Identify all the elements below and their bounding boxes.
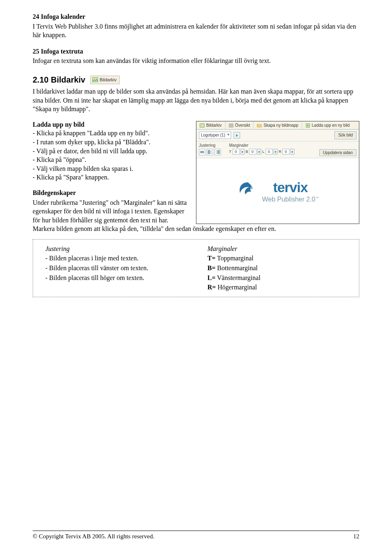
folder-icon (257, 123, 262, 128)
page-number: 12 (353, 532, 359, 540)
list-item: L= Vänstermarginal (207, 273, 353, 282)
search-image-button[interactable]: Sök bild (334, 131, 356, 139)
tab-label: Översikt (235, 123, 250, 128)
svg-rect-14 (218, 150, 220, 154)
tab-bildarkiv[interactable]: Bildarkiv (196, 121, 225, 130)
list-item: - Bilden placeras i linje med texten. (45, 254, 191, 263)
margin-value: 0 (249, 149, 256, 155)
image-icon (92, 77, 98, 82)
body-25: Infogar en textruta som kan användas för… (33, 56, 359, 65)
svg-point-18 (250, 187, 253, 189)
justering-group: Justering (199, 143, 221, 156)
heading-210: 2.10 Bildarkiv (33, 74, 85, 85)
list-item: B= Bottenmarginal (207, 264, 353, 273)
bildarkiv-button[interactable]: Bildarkiv (90, 76, 120, 84)
margin-value: 0 (282, 149, 290, 155)
margin-value: 0 (232, 149, 240, 155)
tab-oversikt[interactable]: Översikt (225, 121, 254, 130)
svg-rect-6 (229, 125, 231, 127)
svg-point-3 (201, 124, 202, 125)
justering-label: Justering (199, 143, 221, 148)
svg-point-1 (94, 78, 95, 80)
margin-l[interactable]: L0▾ (263, 149, 278, 155)
page-footer: © Copyright Tervix AB 2005. All rights r… (33, 531, 359, 540)
align-inline-button[interactable] (199, 149, 205, 155)
margin-t[interactable]: T0▾ (229, 149, 245, 155)
spinner-icon[interactable]: ▾ (290, 149, 294, 155)
margin-label: T (229, 149, 232, 154)
marginaler-group: Marginaler T0▾ B0▾ L0▾ R0▾ (229, 143, 294, 156)
copyright-text: © Copyright Tervix AB 2005. All rights r… (33, 532, 154, 540)
logo-text-2: Web Publisher 2.0™ (262, 195, 318, 204)
align-right-button[interactable] (214, 149, 221, 155)
tab-skapa-mapp[interactable]: Skapa ny bildmapp (254, 121, 302, 130)
justering-column: Justering - Bilden placeras i linje med … (45, 244, 191, 292)
margin-label: B (246, 149, 248, 154)
marginaler-column: Marginaler T= Toppmarginal B= Bottenmarg… (207, 244, 353, 292)
margin-label: R (279, 149, 282, 154)
tervix-logo-icon (237, 180, 259, 202)
body-210: I bildarkivet laddar man upp de bilder s… (33, 87, 359, 114)
go-button[interactable] (234, 132, 240, 139)
grid-icon (229, 123, 234, 128)
heading-24: 24 Infoga kalender (33, 12, 359, 21)
svg-rect-4 (229, 123, 231, 125)
svg-rect-5 (232, 123, 233, 125)
tab-label: Bildarkiv (206, 123, 222, 128)
spinner-icon[interactable]: ▾ (274, 149, 278, 155)
bildarkiv-panel: Bildarkiv Översikt Skapa ny bildmapp Lad… (196, 121, 359, 224)
spinner-icon[interactable]: ▾ (241, 149, 245, 155)
update-page-button[interactable]: Uppdatera sidan (319, 149, 356, 156)
margin-label: L (263, 149, 265, 154)
margin-value: 0 (265, 149, 273, 155)
tab-ladda-upp[interactable]: Ladda upp en ny bild (302, 121, 353, 130)
upload-icon (305, 123, 310, 128)
justering-title: Justering (45, 244, 191, 253)
arrow-right-icon (235, 134, 239, 137)
image-icon (200, 123, 205, 128)
logo-text-1: tervix (262, 178, 318, 197)
align-left-button[interactable] (207, 149, 213, 155)
list-item: T= Toppmarginal (207, 254, 353, 263)
margin-b[interactable]: B0▾ (246, 149, 261, 155)
tab-label: Ladda upp en ny bild (312, 123, 350, 128)
svg-rect-2 (200, 123, 205, 127)
heading-25: 25 Infoga textruta (33, 47, 359, 56)
bildarkiv-button-label: Bildarkiv (100, 77, 117, 83)
marginaler-title: Marginaler (207, 244, 353, 253)
marginaler-label: Marginaler (229, 143, 294, 148)
body-24: I Tervix Web Publisher 3.0 finns möjligh… (33, 22, 359, 40)
list-item: - Bilden placeras till vänster om texten… (45, 264, 191, 273)
svg-rect-9 (200, 151, 204, 153)
properties-box: Justering - Bilden placeras i linje med … (33, 239, 359, 297)
panel-toolbar: Bildarkiv Översikt Skapa ny bildmapp Lad… (196, 121, 359, 130)
margin-r[interactable]: R0▾ (279, 149, 295, 155)
preview-image: tervix Web Publisher 2.0™ (196, 158, 359, 224)
tab-label: Skapa ny bildmapp (263, 123, 298, 128)
svg-rect-7 (232, 125, 233, 127)
spinner-icon[interactable]: ▾ (257, 149, 261, 155)
folder-select[interactable]: Logotyper (1) (199, 132, 231, 139)
align-right-icon (216, 150, 220, 154)
align-left-icon (208, 150, 212, 154)
list-item: R= Högermarginal (207, 283, 353, 292)
svg-rect-10 (208, 150, 210, 154)
align-inline-icon (200, 150, 204, 154)
list-item: - Bilden placeras till höger om texten. (45, 273, 191, 282)
